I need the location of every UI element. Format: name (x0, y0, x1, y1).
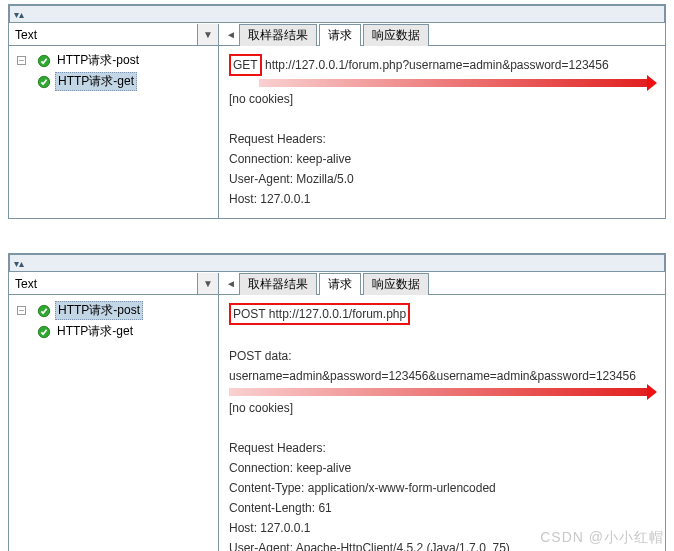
success-icon (37, 75, 51, 89)
arrow-annotation (229, 388, 647, 396)
dropdown-icon[interactable]: ▼ (198, 29, 218, 40)
detail-line: Connection: keep-alive (229, 459, 655, 477)
detail-line: [no cookies] (229, 399, 655, 417)
detail-line: Content-Length: 61 (229, 499, 655, 517)
tree-item-post[interactable]: − HTTP请求-post (11, 300, 216, 321)
arrow-annotation (259, 79, 647, 87)
result-tree: − HTTP请求-post HTTP请求-get (9, 46, 218, 133)
detail-line: User-Agent: Apache-HttpClient/4.5.2 (Jav… (229, 539, 655, 551)
tree-item-label: HTTP请求-get (55, 72, 137, 91)
detail-line: Host: 127.0.0.1 (229, 190, 655, 208)
post-data-label: POST data: (229, 347, 655, 365)
tab-scroll-icon[interactable]: ◄ (223, 278, 239, 289)
success-icon (37, 54, 51, 68)
tree-item-label: HTTP请求-post (55, 301, 143, 320)
toolbar-arrows-icon[interactable]: ▾▴ (14, 258, 24, 269)
window-top: ▾▴ Text ▼ − HTTP请求-post HTTP请求-get (8, 4, 666, 219)
window-toolbar: ▾▴ (9, 254, 665, 272)
window-toolbar: ▾▴ (9, 5, 665, 23)
expand-icon[interactable]: − (17, 56, 26, 65)
detail-line: [no cookies] (229, 90, 655, 108)
tabs: ◄ 取样器结果 请求 响应数据 (219, 24, 665, 46)
request-detail: POST http://127.0.0.1/forum.php POST dat… (219, 295, 665, 551)
tree-item-get[interactable]: HTTP请求-get (11, 322, 216, 341)
detail-line: Request Headers: (229, 130, 655, 148)
left-panel: Text ▼ − HTTP请求-post HTTP请求-get (9, 273, 219, 551)
tree-item-post[interactable]: − HTTP请求-post (11, 51, 216, 70)
detail-line: Connection: keep-alive (229, 150, 655, 168)
detail-line: Content-Type: application/x-www-form-url… (229, 479, 655, 497)
result-tree: − HTTP请求-post HTTP请求-get (9, 295, 218, 382)
method-highlight: GET (229, 54, 262, 76)
request-url: http://127.0.0.1/forum.php?username=admi… (262, 58, 609, 72)
tree-item-label: HTTP请求-post (55, 52, 141, 69)
detail-line: User-Agent: Mozilla/5.0 (229, 170, 655, 188)
tab-sampler[interactable]: 取样器结果 (239, 273, 317, 295)
request-detail: GET http://127.0.0.1/forum.php?username=… (219, 46, 665, 218)
left-header: Text ▼ (9, 273, 218, 295)
tab-request[interactable]: 请求 (319, 273, 361, 295)
right-panel: ◄ 取样器结果 请求 响应数据 POST http://127.0.0.1/fo… (219, 273, 665, 551)
window-bottom: ▾▴ Text ▼ − HTTP请求-post HTTP请求-get (8, 253, 666, 551)
left-header: Text ▼ (9, 24, 218, 46)
tree-item-label: HTTP请求-get (55, 323, 135, 340)
expand-icon[interactable]: − (17, 306, 26, 315)
tab-scroll-icon[interactable]: ◄ (223, 29, 239, 40)
right-panel: ◄ 取样器结果 请求 响应数据 GET http://127.0.0.1/for… (219, 24, 665, 218)
method-highlight: POST http://127.0.0.1/forum.php (229, 303, 410, 325)
tab-sampler[interactable]: 取样器结果 (239, 24, 317, 46)
left-panel: Text ▼ − HTTP请求-post HTTP请求-get (9, 24, 219, 218)
dropdown-icon[interactable]: ▼ (198, 278, 218, 289)
detail-line: Request Headers: (229, 439, 655, 457)
detail-line: Host: 127.0.0.1 (229, 519, 655, 537)
tab-response[interactable]: 响应数据 (363, 273, 429, 295)
tab-request[interactable]: 请求 (319, 24, 361, 46)
success-icon (37, 325, 51, 339)
success-icon (37, 304, 51, 318)
tabs: ◄ 取样器结果 请求 响应数据 (219, 273, 665, 295)
post-data-value: username=admin&password=123456&username=… (229, 367, 655, 385)
toolbar-arrows-icon[interactable]: ▾▴ (14, 9, 24, 20)
tree-item-get[interactable]: HTTP请求-get (11, 71, 216, 92)
left-header-title[interactable]: Text (9, 273, 198, 294)
tab-response[interactable]: 响应数据 (363, 24, 429, 46)
left-header-title[interactable]: Text (9, 24, 198, 45)
